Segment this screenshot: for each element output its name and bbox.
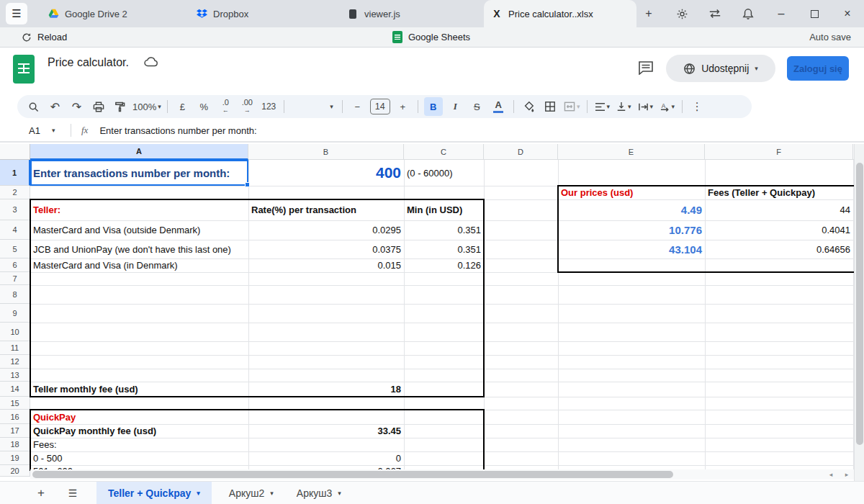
print-button[interactable] <box>89 97 107 116</box>
cell-A4[interactable]: MasterCard and Visa (outside Denmark) <box>30 220 248 240</box>
row-header-9[interactable]: 9 <box>0 304 30 323</box>
cell-B1[interactable]: 400 <box>248 160 404 186</box>
cell-C3[interactable]: Min (in USD) <box>404 199 484 220</box>
cell-B14[interactable]: 18 <box>248 382 404 397</box>
cell-A3[interactable]: Teller: <box>30 199 248 220</box>
horizontal-align-button[interactable]: ▾ <box>593 97 611 116</box>
search-button[interactable] <box>24 97 42 116</box>
share-button[interactable]: Udostępnij ▾ <box>666 55 775 82</box>
column-header-D[interactable]: D <box>484 144 558 160</box>
settings-button[interactable] <box>665 0 698 27</box>
name-box-dropdown[interactable]: ▾ <box>52 127 71 134</box>
comment-history-button[interactable] <box>638 60 654 75</box>
row-header-7[interactable]: 7 <box>0 272 30 285</box>
cell-E5[interactable]: 43.104 <box>558 240 705 258</box>
new-tab-button[interactable]: + <box>632 0 665 27</box>
name-box[interactable]: A1 <box>0 125 52 136</box>
cell-A18[interactable]: Fees: <box>30 438 248 451</box>
increase-decimals-button[interactable]: .00→ <box>238 97 256 116</box>
notifications-button[interactable] <box>732 0 765 27</box>
row-header-11[interactable]: 11 <box>0 341 30 355</box>
cell-A5[interactable]: JCB and UnionPay (we don't have this las… <box>30 240 248 258</box>
row-header-3[interactable]: 3 <box>0 199 30 220</box>
cell-E4[interactable]: 10.776 <box>558 220 705 240</box>
column-header-E[interactable]: E <box>558 144 705 160</box>
cell-E2[interactable]: Our prices (usd) <box>558 186 705 199</box>
cell-E3[interactable]: 4.49 <box>558 199 705 220</box>
sheet-tab-arkush2[interactable]: Аркуш2 ▾ <box>217 482 285 504</box>
row-header-12[interactable]: 12 <box>0 355 30 369</box>
maximize-button[interactable] <box>798 0 831 27</box>
strikethrough-button[interactable]: S <box>468 97 486 116</box>
borders-button[interactable] <box>541 97 559 116</box>
sheet-tab-arkush3[interactable]: Аркуш3 ▾ <box>285 482 353 504</box>
select-all-corner[interactable] <box>0 144 30 160</box>
bold-button[interactable]: B <box>424 97 443 116</box>
scroll-right-button[interactable]: ▸ <box>840 470 854 479</box>
vertical-scrollbar-thumb[interactable] <box>856 163 863 445</box>
row-header-13[interactable]: 13 <box>0 369 30 382</box>
row-header-20[interactable]: 20 <box>0 465 30 477</box>
cell-F2[interactable]: Fees (Teller + Quickpay) <box>705 186 853 199</box>
formula-input[interactable]: Enter transactions number per month: <box>99 125 256 136</box>
row-header-16[interactable]: 16 <box>0 410 30 424</box>
minimize-button[interactable]: – <box>765 0 798 27</box>
cell-F5[interactable]: 0.64656 <box>705 240 853 258</box>
text-wrap-button[interactable]: ▾ <box>636 97 654 116</box>
cell-F3[interactable]: 44 <box>705 199 853 220</box>
cell-C6[interactable]: 0.126 <box>404 258 484 272</box>
vertical-scrollbar[interactable] <box>854 144 864 481</box>
redo-button[interactable]: ↷ <box>68 97 86 116</box>
cell-F4[interactable]: 0.4041 <box>705 220 853 240</box>
sheet-tab-teller-quickpay[interactable]: Teller + Quickpay ▾ <box>96 482 212 504</box>
cell-B5[interactable]: 0.0375 <box>248 240 404 258</box>
cell-B4[interactable]: 0.0295 <box>248 220 404 240</box>
cell-A1[interactable]: Enter transactions number per month: <box>30 160 248 186</box>
add-sheet-button[interactable]: + <box>32 484 50 503</box>
row-header-14[interactable]: 14 <box>0 382 30 397</box>
row-header-1[interactable]: 1 <box>0 160 30 186</box>
cell-A14[interactable]: Teller monthly fee (usd) <box>30 382 248 397</box>
signin-button[interactable]: Zaloguj się <box>787 56 849 81</box>
vertical-align-button[interactable]: ▾ <box>615 97 633 116</box>
column-header-A[interactable]: A <box>30 144 248 160</box>
cell-C4[interactable]: 0.351 <box>404 220 484 240</box>
more-options-button[interactable]: ⋮ <box>688 97 706 116</box>
tab-viewerjs[interactable]: viewer.js <box>340 0 408 27</box>
column-header-B[interactable]: B <box>248 144 404 160</box>
row-header-4[interactable]: 4 <box>0 220 30 240</box>
scroll-left-button[interactable]: ◂ <box>824 470 838 479</box>
fill-color-button[interactable] <box>520 97 538 116</box>
font-select[interactable]: ▾ <box>290 99 336 114</box>
decrease-font-size-button[interactable]: − <box>348 97 366 116</box>
zoom-select[interactable]: 100% ▾ <box>132 97 161 116</box>
font-size-input[interactable]: 14 <box>370 99 390 114</box>
increase-font-size-button[interactable]: + <box>394 97 412 116</box>
cell-A16[interactable]: QuickPay <box>30 410 248 424</box>
italic-button[interactable]: I <box>446 97 464 116</box>
row-header-15[interactable]: 15 <box>0 397 30 410</box>
text-rotation-button[interactable]: A ▾ <box>658 97 676 116</box>
row-header-8[interactable]: 8 <box>0 285 30 304</box>
row-header-6[interactable]: 6 <box>0 258 30 272</box>
number-format-button[interactable]: 123 <box>260 97 278 116</box>
sheets-logo[interactable] <box>13 55 35 84</box>
reload-button[interactable]: Reload <box>22 27 67 47</box>
column-header-C[interactable]: C <box>404 144 484 160</box>
cell-A19[interactable]: 0 - 500 <box>30 451 248 465</box>
hamburger-menu-button[interactable]: ☰ <box>6 3 27 24</box>
row-header-17[interactable]: 17 <box>0 424 30 438</box>
cell-B19[interactable]: 0 <box>248 451 404 465</box>
undo-button[interactable]: ↶ <box>46 97 64 116</box>
cell-A6[interactable]: MasterCard and Visa (in Denmark) <box>30 258 248 272</box>
currency-format-button[interactable]: £ <box>174 97 192 116</box>
selection-fill-handle[interactable] <box>245 182 250 187</box>
spreadsheet-grid[interactable]: ABCDEF1234567891011121314151617181920 En… <box>0 144 864 481</box>
close-button[interactable]: × <box>831 0 864 27</box>
tab-google-drive[interactable]: Google Drive 2 <box>40 0 135 27</box>
paint-format-button[interactable] <box>111 97 129 116</box>
cell-B3[interactable]: Rate(%) per transaction <box>248 199 404 220</box>
row-header-2[interactable]: 2 <box>0 186 30 199</box>
percent-format-button[interactable]: % <box>195 97 213 116</box>
all-sheets-button[interactable]: ☰ <box>63 484 82 503</box>
